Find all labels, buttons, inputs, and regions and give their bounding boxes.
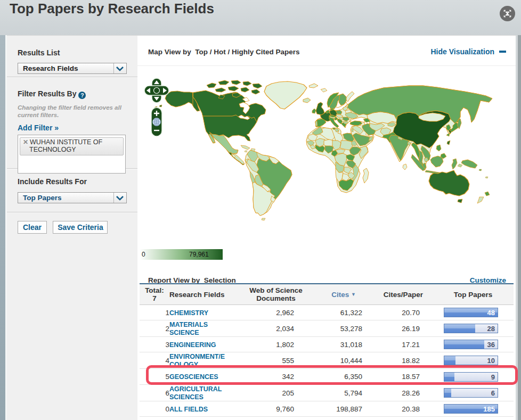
svg-text:79,961: 79,961 bbox=[189, 251, 209, 258]
svg-text:0: 0 bbox=[142, 251, 145, 258]
